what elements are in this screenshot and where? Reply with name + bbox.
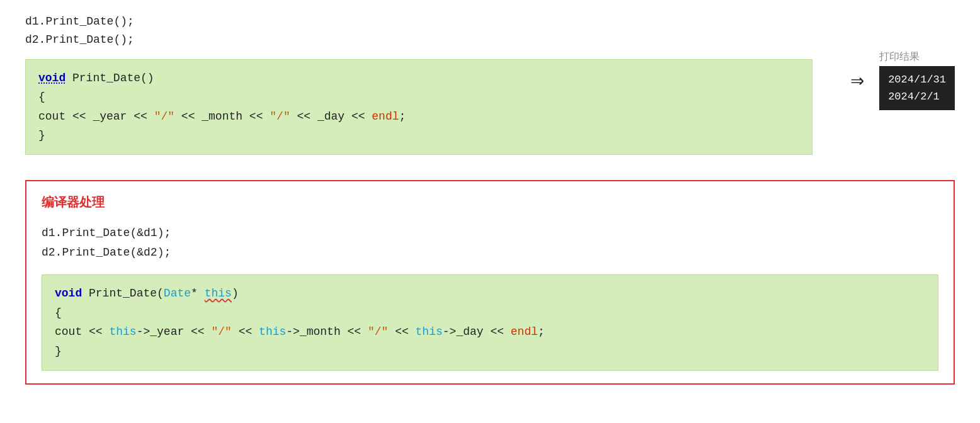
endl-bottom: endl	[511, 325, 538, 338]
top-green-line1: void Print_Date()	[38, 69, 799, 88]
this-param: this	[205, 287, 232, 300]
date-type: Date	[164, 287, 191, 300]
bottom-green-line4: }	[55, 342, 925, 361]
mid2-top: << _day <<	[290, 110, 372, 123]
top-green-line4: }	[38, 126, 799, 145]
bottom-plain-code: d1.Print_Date(&d1); d2.Print_Date(&d2);	[42, 223, 938, 262]
print-result-section: 打印结果 2024/1/31 2024/2/1	[879, 50, 955, 110]
this3-bottom: this	[416, 325, 443, 338]
print-result-label: 打印结果	[879, 50, 920, 64]
ptr-star: *	[191, 287, 198, 300]
semi-top: ;	[399, 110, 406, 123]
slash1-bottom: "/"	[211, 325, 231, 338]
endl-top: endl	[372, 110, 399, 123]
print-result-box: 2024/1/31 2024/2/1	[879, 66, 955, 110]
this1-bottom: this	[109, 325, 136, 338]
slash1-top: "/"	[154, 110, 174, 123]
top-plain-line1: d1.Print_Date();	[25, 13, 812, 31]
top-plain-code: d1.Print_Date(); d2.Print_Date();	[25, 13, 812, 49]
arrow2-bottom: ->_month <<	[286, 325, 368, 338]
func-close: )	[232, 287, 239, 300]
bottom-plain-line1: d1.Print_Date(&d1);	[42, 223, 938, 243]
print-result-line2: 2024/2/1	[888, 88, 946, 105]
bottom-green-line2: {	[55, 303, 925, 323]
cout-pre-bottom: cout <<	[55, 325, 109, 338]
bottom-green-line3: cout << this->_year << "/" << this->_mon…	[55, 322, 925, 342]
semi-bottom: ;	[538, 325, 545, 338]
arrow-icon: ⇒	[850, 67, 864, 94]
cout-pre-top: cout << _year <<	[38, 110, 154, 123]
top-left: d1.Print_Date(); d2.Print_Date(); void P…	[25, 13, 812, 155]
func-sig-bottom-pre: Print_Date(	[82, 287, 164, 300]
bottom-green-line1: void Print_Date(Date* this)	[55, 284, 925, 303]
slash2-top: "/"	[270, 110, 290, 123]
arrow1-bottom: ->_year <<	[137, 325, 212, 338]
func-sig-top: Print_Date()	[66, 72, 154, 84]
top-green-line2: {	[38, 87, 799, 107]
top-green-block: void Print_Date() { cout << _year << "/"…	[25, 59, 812, 155]
bottom-plain-line2: d2.Print_Date(&d2);	[42, 243, 938, 262]
mid1-bottom: <<	[232, 325, 259, 338]
top-plain-line2: d2.Print_Date();	[25, 31, 812, 49]
this2-bottom: this	[259, 325, 286, 338]
void-keyword-bottom: void	[55, 287, 82, 300]
arrow3-bottom: ->_day <<	[443, 325, 511, 338]
print-result-line1: 2024/1/31	[888, 71, 946, 88]
bottom-green-block: void Print_Date(Date* this) { cout << th…	[42, 274, 938, 370]
compiler-label: 编译器处理	[42, 194, 938, 211]
mid2-bottom: <<	[388, 325, 415, 338]
space2	[198, 287, 205, 300]
top-section: d1.Print_Date(); d2.Print_Date(); void P…	[25, 13, 955, 155]
top-green-line3: cout << _year << "/" << _month << "/" <<…	[38, 107, 799, 127]
slash2-bottom: "/"	[368, 325, 388, 338]
mid1-top: << _month <<	[174, 110, 270, 123]
top-right: ⇒ 打印结果 2024/1/31 2024/2/1	[850, 50, 955, 110]
bottom-section: 编译器处理 d1.Print_Date(&d1); d2.Print_Date(…	[25, 180, 955, 385]
void-keyword-top: void	[38, 72, 66, 84]
